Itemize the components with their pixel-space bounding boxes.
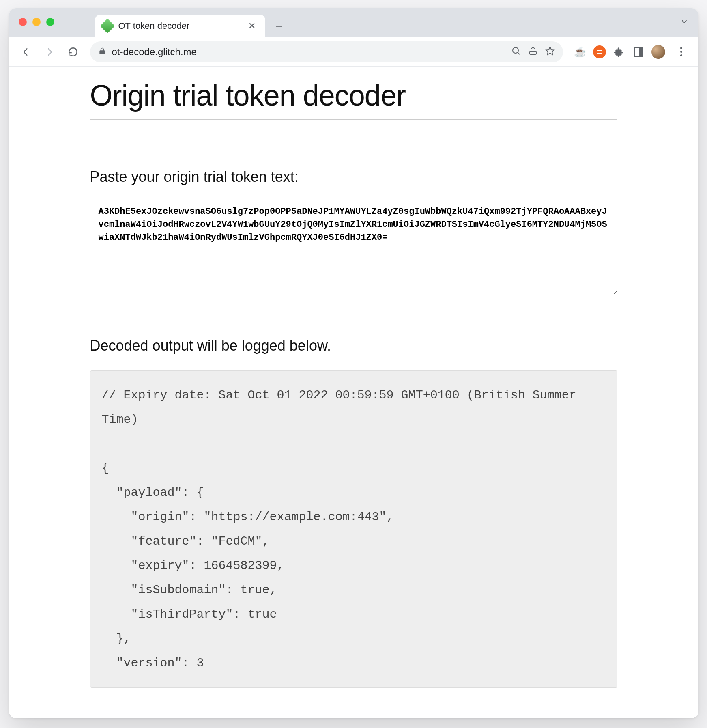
tab-overflow-button[interactable] bbox=[680, 17, 689, 28]
bookmark-icon[interactable] bbox=[545, 46, 555, 58]
reload-button[interactable] bbox=[63, 42, 83, 62]
new-tab-button[interactable]: ＋ bbox=[270, 17, 288, 35]
tab-title: OT token decoder bbox=[118, 21, 240, 31]
lock-icon bbox=[98, 46, 106, 58]
back-button[interactable] bbox=[16, 42, 36, 62]
toolbar: ☕ bbox=[9, 37, 698, 67]
svg-line-1 bbox=[518, 52, 520, 54]
svg-point-0 bbox=[513, 47, 518, 53]
side-panel-icon[interactable] bbox=[632, 45, 645, 58]
page-content: Origin trial token decoder Paste your or… bbox=[74, 67, 634, 704]
share-icon[interactable] bbox=[528, 46, 538, 58]
browser-window: OT token decoder ✕ ＋ bbox=[9, 8, 698, 718]
fullscreen-window-button[interactable] bbox=[46, 18, 54, 26]
omnibox-actions bbox=[511, 46, 555, 58]
decoded-output: // Expiry date: Sat Oct 01 2022 00:59:59… bbox=[90, 370, 617, 688]
window-controls bbox=[19, 18, 54, 26]
token-textarea[interactable] bbox=[90, 198, 617, 295]
forward-button[interactable] bbox=[40, 42, 59, 62]
extensions-button[interactable] bbox=[612, 45, 625, 58]
url-input[interactable] bbox=[112, 46, 505, 58]
tab-active[interactable]: OT token decoder ✕ bbox=[95, 15, 265, 37]
address-bar[interactable] bbox=[90, 41, 563, 62]
paste-label: Paste your origin trial token text: bbox=[90, 168, 617, 185]
extension-orange-icon[interactable] bbox=[593, 45, 606, 58]
tab-strip: OT token decoder ✕ ＋ bbox=[9, 8, 698, 37]
tabs-container: OT token decoder ✕ ＋ bbox=[95, 8, 288, 37]
chrome-menu-button[interactable] bbox=[672, 42, 691, 62]
page-viewport: Origin trial token decoder Paste your or… bbox=[9, 67, 698, 718]
close-tab-button[interactable]: ✕ bbox=[246, 19, 258, 33]
page-title: Origin trial token decoder bbox=[90, 79, 617, 120]
search-icon[interactable] bbox=[511, 46, 521, 58]
svg-marker-3 bbox=[546, 47, 554, 55]
tab-favicon bbox=[100, 19, 115, 34]
toolbar-right: ☕ bbox=[570, 42, 691, 62]
profile-avatar[interactable] bbox=[651, 45, 665, 59]
output-label: Decoded output will be logged below. bbox=[90, 337, 617, 354]
close-window-button[interactable] bbox=[19, 18, 27, 26]
extension-coffee-icon[interactable]: ☕ bbox=[574, 45, 587, 58]
minimize-window-button[interactable] bbox=[32, 18, 41, 26]
